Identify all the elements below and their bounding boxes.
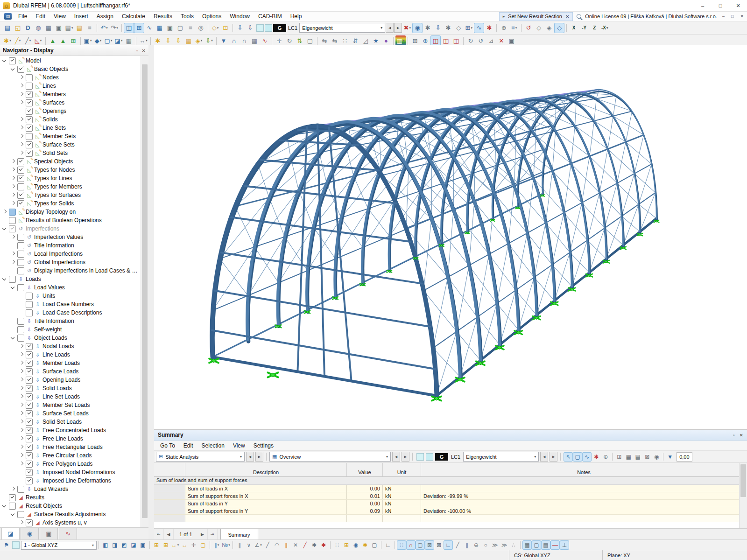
tree-checkbox[interactable] — [26, 141, 33, 148]
menu-calculate[interactable]: Calculate — [118, 12, 149, 21]
online-services-icon[interactable]: ◍ — [33, 23, 43, 33]
separator[interactable] — [208, 24, 208, 32]
tree-checkbox[interactable] — [17, 284, 24, 291]
tree-item[interactable]: Display Topology on — [0, 208, 141, 216]
snap-square-icon[interactable]: ▢ — [416, 540, 425, 550]
tree-expander-icon[interactable] — [19, 75, 24, 80]
tree-item[interactable]: Solid Loads — [0, 384, 141, 392]
tree-item[interactable]: Results — [0, 493, 141, 502]
tree-item[interactable]: Free Polygon Loads — [0, 460, 141, 468]
select-window-icon[interactable]: ▢ — [573, 452, 582, 462]
tree-checkbox[interactable] — [17, 267, 24, 274]
hangar-3d-model[interactable] — [154, 45, 747, 429]
tree-expander-icon[interactable] — [2, 226, 7, 231]
menu-edit[interactable]: Edit — [31, 12, 49, 21]
tree-expander-icon[interactable] — [10, 184, 16, 189]
fan-lines-icon[interactable]: ∨ — [244, 540, 254, 550]
result-section-box[interactable]: ▸ Set New Result Section ✕ — [499, 12, 573, 21]
tree-item[interactable]: Types for Surfaces — [0, 191, 141, 199]
tree-item[interactable]: Opening Loads — [0, 376, 141, 384]
tree-expander-icon[interactable] — [10, 159, 16, 164]
tree-expander-icon[interactable] — [19, 411, 24, 416]
tree-expander-icon[interactable] — [2, 209, 7, 215]
new-line-type-icon[interactable]: ╱ — [23, 35, 33, 46]
tree-expander-icon[interactable] — [19, 478, 24, 483]
raster-eye-icon[interactable]: ◉ — [351, 540, 360, 550]
tree-checkbox[interactable] — [26, 469, 33, 476]
tab-summary[interactable]: Summary — [220, 529, 258, 540]
grid-display-icon[interactable]: ▦ — [522, 540, 532, 550]
tree-expander-icon[interactable] — [2, 58, 7, 63]
next-view-button[interactable]: ▶ — [402, 452, 409, 462]
table-eye-icon[interactable]: ◉ — [652, 452, 661, 462]
tree-item[interactable]: Load Values — [0, 283, 141, 292]
minimize-button[interactable]: – — [694, 0, 712, 11]
coordinate-system-swatch[interactable] — [12, 541, 20, 549]
table-delete-icon[interactable]: ⊠ — [642, 452, 652, 462]
tree-item[interactable]: Nodal Loads — [0, 342, 141, 350]
tree-expander-icon[interactable] — [2, 276, 7, 282]
tree-expander-icon[interactable] — [19, 100, 24, 105]
select-pointer-icon[interactable]: ↖ — [564, 452, 573, 462]
ruler-icon[interactable]: ― — [550, 540, 560, 550]
model-viewport[interactable] — [154, 45, 747, 429]
tree-item[interactable]: Title Information — [0, 241, 141, 250]
load-case-combobox[interactable]: Eigengewicht ▾ — [299, 23, 385, 33]
tree-expander-icon[interactable] — [19, 436, 24, 441]
separator[interactable] — [45, 37, 46, 45]
tree-checkbox[interactable] — [17, 158, 24, 165]
summary-menu-edit[interactable]: Edit — [179, 441, 197, 450]
new-line-icon[interactable]: ╱ — [13, 35, 23, 46]
grid-dashed-icon[interactable]: ▢ — [532, 540, 541, 550]
tree-expander-icon[interactable] — [10, 201, 16, 206]
new-imposed-load-icon[interactable]: ⇩ — [204, 35, 214, 46]
shaded-view-icon[interactable]: ◇ — [554, 23, 564, 33]
previous-load-case-button[interactable]: ◀ — [540, 452, 548, 462]
find-center-icon[interactable]: ◎ — [196, 23, 206, 33]
align-left-icon[interactable]: ⇆ — [319, 35, 330, 46]
separator[interactable] — [330, 541, 331, 549]
table-row[interactable]: Sum of support forces in Y 0.09 kN Devia… — [154, 507, 747, 515]
export-calculation-icon[interactable]: ⊕ — [499, 23, 509, 33]
grid-modify-icon[interactable]: ⊞ — [161, 540, 170, 550]
tree-expander-icon[interactable] — [10, 318, 16, 324]
tree-checkbox[interactable] — [17, 192, 24, 199]
tree-checkbox[interactable] — [26, 477, 33, 484]
rotate-cw-icon[interactable]: ↻ — [465, 35, 476, 46]
show-loads-icon[interactable]: ◉ — [412, 23, 423, 33]
show-result-values-icon[interactable]: ✱ — [592, 452, 601, 462]
previous-load-case-button[interactable]: ◀ — [386, 23, 394, 33]
menu-insert[interactable]: Insert — [70, 12, 92, 21]
tree-expander-icon[interactable] — [19, 133, 24, 139]
snap-parallel-icon[interactable]: ∥ — [462, 540, 472, 550]
previous-analysis-button[interactable]: ◀ — [246, 452, 254, 462]
separator[interactable] — [136, 37, 136, 45]
color-swatch[interactable] — [256, 24, 264, 32]
tree-expander-icon[interactable] — [10, 486, 16, 492]
clipping-plane-icon[interactable]: ∩ — [239, 35, 249, 46]
tree-checkbox[interactable] — [26, 74, 33, 81]
tree-item[interactable]: Special Objects — [0, 157, 141, 166]
import-icon[interactable]: ▦ — [43, 23, 54, 33]
tree-item[interactable]: Surfaces — [0, 98, 141, 107]
walk-mode-icon[interactable]: ⇅ — [295, 35, 305, 46]
box-move-icon[interactable]: ◩ — [120, 540, 129, 550]
tree-item[interactable]: Free Line Loads — [0, 434, 141, 443]
close-icon[interactable]: ✕ — [739, 14, 745, 19]
add-visual-objects-icon[interactable]: ⊡ — [220, 23, 231, 33]
work-plane-xz-icon[interactable]: ◫ — [451, 35, 461, 46]
tree-checkbox[interactable] — [17, 251, 24, 258]
snap-line-icon[interactable]: ╱ — [453, 540, 462, 550]
tree-checkbox[interactable] — [26, 133, 33, 140]
save-icon[interactable]: ▣ — [54, 23, 64, 33]
tree-expander-icon[interactable] — [10, 251, 16, 257]
tree-expander-icon[interactable] — [19, 150, 24, 156]
orbit-view-icon[interactable]: ↻ — [284, 35, 295, 46]
tree-expander-icon[interactable] — [19, 469, 24, 475]
table-view-icon[interactable]: ▤ — [633, 452, 642, 462]
tree-checkbox[interactable] — [26, 419, 33, 426]
tree-expander-icon[interactable] — [19, 461, 24, 467]
tree-expander-icon[interactable] — [19, 360, 24, 366]
menu-results[interactable]: Results — [149, 12, 176, 21]
new-surface-load-icon[interactable]: ▦ — [183, 35, 194, 46]
